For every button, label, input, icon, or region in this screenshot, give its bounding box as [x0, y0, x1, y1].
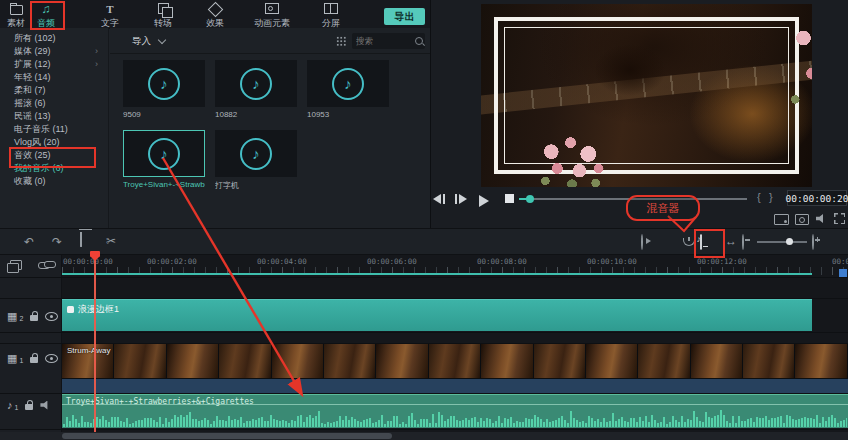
play-button[interactable] [479, 193, 489, 211]
volume-speaker-icon[interactable] [816, 214, 826, 223]
mark-in-icon[interactable]: { [757, 191, 761, 203]
media-thumb: ♪ [215, 130, 297, 177]
split-scissors-icon[interactable]: ✂ [106, 235, 116, 247]
tab-media[interactable]: 素材 [7, 2, 25, 30]
media-library-panel: 素材 ♫ 音频 T 文字 转场 效果 动画元素 [0, 0, 430, 228]
music-note-icon: ♪ [148, 138, 180, 170]
rose-decoration [781, 5, 812, 123]
sidebar-item-label: 所有 (102) [14, 33, 56, 43]
horizontal-scrollbar-thumb[interactable] [62, 433, 392, 439]
sidebar-item-extensions[interactable]: 扩展 (12)› [0, 58, 108, 71]
track-number: 2 [19, 315, 23, 322]
lock-icon[interactable] [30, 357, 38, 363]
playhead-handle[interactable] [90, 251, 100, 257]
music-note-icon: ♪ [240, 68, 272, 100]
elements-icon [265, 2, 279, 15]
grid-view-icon[interactable] [336, 36, 346, 46]
annotation-box-audio-tab [30, 1, 65, 30]
media-item-label: 打字机 [215, 180, 297, 191]
sidebar-item-electronic[interactable]: 电子音乐 (11) [0, 123, 108, 136]
sidebar-item-folk[interactable]: 民谣 (13) [0, 110, 108, 123]
seek-handle[interactable] [526, 195, 534, 203]
stop-button[interactable] [505, 194, 514, 203]
mute-speaker-icon[interactable] [40, 401, 50, 410]
music-note-icon: ♪ [148, 68, 180, 100]
ruler-label: 00:00:08:00 [477, 257, 527, 266]
overlay-clip-label: 浪漫边框1 [78, 303, 119, 316]
lock-icon[interactable] [25, 404, 33, 410]
eye-visibility-icon[interactable] [45, 354, 58, 363]
sidebar-item-label: Vlog风 (20) [14, 137, 60, 147]
timeline-zoom-handle[interactable] [786, 238, 793, 245]
prev-frame-button[interactable] [433, 194, 445, 204]
sidebar-item-all[interactable]: 所有 (102) [0, 32, 108, 45]
divider [0, 429, 848, 430]
delete-trash-icon[interactable] [80, 233, 82, 245]
undo-icon[interactable]: ↶ [24, 236, 34, 248]
overlay-clip[interactable]: 浪漫边框1 [62, 299, 812, 331]
mark-out-icon[interactable]: } [769, 191, 773, 203]
element-badge-icon [67, 306, 74, 313]
search-box[interactable] [352, 33, 425, 49]
tab-splitscreen[interactable]: 分屏 [322, 2, 340, 30]
chevron-right-icon: › [95, 58, 98, 71]
eye-visibility-icon[interactable] [45, 312, 58, 321]
media-item-selected[interactable]: ♪ Troye+Sivan+-+Strawberr [123, 130, 205, 191]
chevron-down-icon [158, 36, 166, 44]
timeline-ruler[interactable]: 00:00:00:00 00:00:02:00 00:00:04:00 00:0… [62, 255, 848, 275]
media-item[interactable]: ♪ 打字机 [215, 130, 297, 191]
lock-icon[interactable] [30, 315, 38, 321]
redo-icon[interactable]: ↷ [52, 236, 62, 248]
tab-elements[interactable]: 动画元素 [254, 2, 290, 30]
tab-effects[interactable]: 效果 [206, 2, 224, 30]
timeline-zoom-slider[interactable] [757, 241, 807, 243]
music-note-icon: ♪ [240, 138, 272, 170]
sidebar-item-favorites[interactable]: 收藏 (0) [0, 175, 108, 188]
track-header-overlay: ▦2 [0, 308, 62, 324]
zoom-to-fit-icon[interactable]: ↔ [725, 235, 737, 247]
media-item[interactable]: ♪ 9509 [123, 60, 205, 119]
sidebar-item-rock[interactable]: 摇滚 (6) [0, 97, 108, 110]
fullscreen-icon[interactable] [834, 213, 845, 224]
media-grid: ♪ 9509 ♪ 10882 ♪ 10953 ♪ Troye+Sivan+-+S… [123, 60, 389, 191]
manage-tracks-icon[interactable] [10, 260, 22, 270]
track-number: 1 [19, 357, 23, 364]
video-clip[interactable]: Strum-Away [62, 344, 848, 393]
tab-transition[interactable]: 转场 [154, 2, 172, 30]
import-label: 导入 [132, 35, 151, 48]
clip-end-handle[interactable] [839, 269, 847, 277]
media-item-label: 10953 [307, 110, 389, 119]
export-button[interactable]: 导出 [384, 8, 425, 25]
media-item[interactable]: ♪ 10882 [215, 60, 297, 119]
snapshot-camera-icon[interactable] [795, 214, 809, 225]
next-frame-button[interactable] [455, 194, 467, 204]
ruler-label: 00:00:00:00 [63, 257, 113, 266]
sidebar-item-young[interactable]: 年轻 (14) [0, 71, 108, 84]
annotation-box-my-music [9, 147, 96, 168]
volume-envelope-line[interactable] [62, 404, 848, 405]
audio-clip[interactable]: Troye+Sivan+-+Strawberries+&+Cigarettes [62, 394, 848, 428]
render-preview-icon[interactable] [641, 236, 643, 248]
sidebar-item-media[interactable]: 媒体 (29)› [0, 45, 108, 58]
sidebar-item-label: 摇滚 (6) [14, 98, 46, 108]
track-header-audio: ♪1 [0, 397, 62, 413]
tab-text[interactable]: T 文字 [101, 2, 119, 30]
media-thumb: ♪ [123, 60, 205, 107]
zoom-in-icon[interactable] [812, 236, 814, 248]
zoom-out-icon[interactable] [742, 236, 744, 248]
media-thumb: ♪ [307, 60, 389, 107]
audio-track-icon: ♪ [7, 400, 13, 411]
ruler-label: 00:00:06:00 [367, 257, 417, 266]
link-clips-icon[interactable] [38, 262, 50, 269]
divider [0, 393, 848, 394]
display-device-icon[interactable] [774, 214, 789, 225]
media-list-header: 导入 [110, 28, 430, 54]
media-item[interactable]: ♪ 10953 [307, 60, 389, 119]
search-input[interactable] [352, 36, 415, 46]
transition-icon [158, 2, 169, 15]
horizontal-scrollbar [0, 432, 848, 440]
sidebar-item-soft[interactable]: 柔和 (7) [0, 84, 108, 97]
playhead-line[interactable] [94, 257, 96, 432]
import-dropdown[interactable]: 导入 [132, 35, 165, 48]
media-item-label: Troye+Sivan+-+Strawberr [123, 180, 205, 189]
